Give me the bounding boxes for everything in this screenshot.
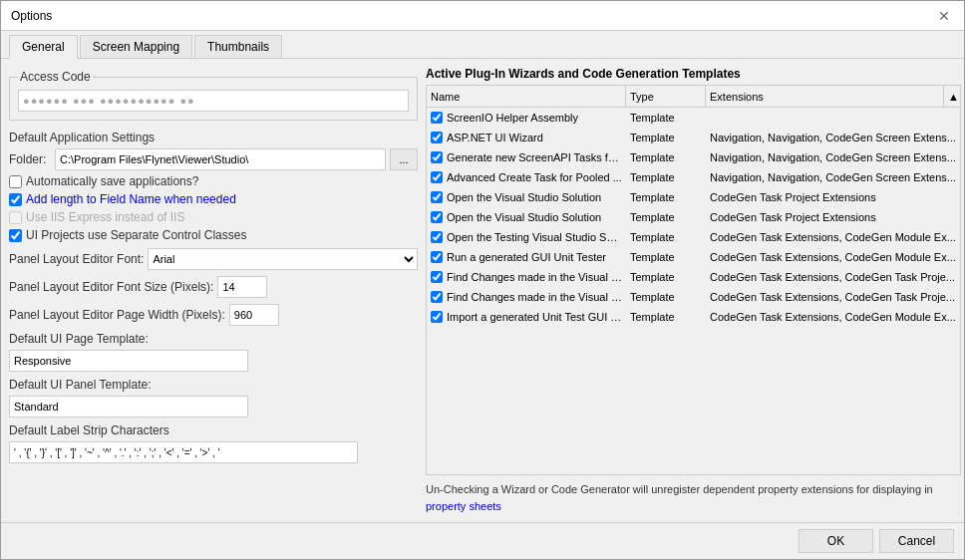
- cell-ext: CodeGen Task Extensions, CodeGen Module …: [706, 249, 960, 265]
- cell-type: Template: [626, 249, 706, 265]
- cell-type: Template: [626, 269, 706, 285]
- table-row: ASP.NET UI WizardTemplateNavigation, Nav…: [427, 128, 960, 147]
- access-code-title: Access Code: [18, 70, 93, 84]
- cell-name: Run a generated GUI Unit Tester: [427, 249, 626, 265]
- cell-name: Generate new ScreenAPI Tasks for...: [427, 149, 626, 165]
- plug-in-title: Active Plug-In Wizards and Code Generati…: [426, 67, 961, 81]
- folder-input[interactable]: [55, 148, 386, 170]
- font-size-input[interactable]: [217, 276, 267, 298]
- ui-projects-label: UI Projects use Separate Control Classes: [26, 228, 246, 242]
- table-row: Generate new ScreenAPI Tasks for...Templ…: [427, 147, 960, 167]
- ui-panel-template-input[interactable]: [9, 396, 248, 418]
- options-dialog: Options ✕ General Screen Mapping Thumbna…: [0, 0, 965, 560]
- add-length-label: Add length to Field Name when needed: [26, 192, 236, 206]
- cell-ext: [706, 116, 960, 120]
- ui-panel-template-section: Default UI Panel Template:: [9, 378, 418, 418]
- cell-name: Find Changes made in the Visual St...: [427, 269, 626, 285]
- row-checkbox[interactable]: [431, 271, 443, 283]
- cell-name: Open the Visual Studio Solution: [427, 209, 626, 225]
- cell-name: Import a generated Unit Test GUI F...: [427, 309, 626, 325]
- row-name-text: Open the Visual Studio Solution: [447, 211, 601, 223]
- cell-ext: CodeGen Task Project Extensions: [706, 209, 960, 225]
- folder-label: Folder:: [9, 152, 51, 166]
- right-panel: Active Plug-In Wizards and Code Generati…: [426, 67, 961, 514]
- table-row: Find Changes made in the Visual St...Tem…: [427, 267, 960, 287]
- cell-ext: CodeGen Task Project Extensions: [706, 189, 960, 205]
- tab-general[interactable]: General: [9, 35, 78, 59]
- cell-type: Template: [626, 209, 706, 225]
- ok-button[interactable]: OK: [799, 529, 873, 553]
- note-content: Un-Checking a Wizard or Code Generator w…: [426, 483, 933, 495]
- table-row: Advanced Create Task for Pooled ...Templ…: [427, 167, 960, 187]
- row-checkbox[interactable]: [431, 311, 443, 323]
- row-checkbox[interactable]: [431, 211, 443, 223]
- folder-row: Folder: ...: [9, 148, 418, 170]
- label-strip-input[interactable]: [9, 441, 358, 463]
- auto-save-checkbox[interactable]: [9, 175, 22, 188]
- row-name-text: Import a generated Unit Test GUI F...: [447, 311, 622, 323]
- plug-in-table: Name Type Extensions ▲ ScreenIO Helper A…: [426, 85, 961, 475]
- row-name-text: Open the Visual Studio Solution: [447, 191, 601, 203]
- row-name-text: Find Changes made in the Visual St...: [447, 271, 622, 283]
- tabs-bar: General Screen Mapping Thumbnails: [1, 31, 964, 59]
- table-row: Run a generated GUI Unit TesterTemplateC…: [427, 247, 960, 267]
- ui-projects-checkbox[interactable]: [9, 229, 22, 242]
- table-row: Open the Visual Studio SolutionTemplateC…: [427, 207, 960, 227]
- close-button[interactable]: ✕: [934, 6, 954, 26]
- table-row: Find Changes made in the Visual St...Tem…: [427, 287, 960, 307]
- cell-ext: CodeGen Task Extensions, CodeGen Task Pr…: [706, 289, 960, 305]
- ui-panel-template-label: Default UI Panel Template:: [9, 378, 418, 392]
- font-size-row: Panel Layout Editor Font Size (Pixels):: [9, 276, 418, 298]
- table-body: ScreenIO Helper AssemblyTemplateASP.NET …: [427, 108, 960, 474]
- add-length-checkbox[interactable]: [9, 193, 22, 206]
- cell-ext: Navigation, Navigation, CodeGen Screen E…: [706, 149, 960, 165]
- row-checkbox[interactable]: [431, 191, 443, 203]
- page-width-row: Panel Layout Editor Page Width (Pixels):: [9, 304, 418, 326]
- cell-type: Template: [626, 229, 706, 245]
- cell-ext: CodeGen Task Extensions, CodeGen Module …: [706, 229, 960, 245]
- cell-type: Template: [626, 189, 706, 205]
- table-header: Name Type Extensions ▲: [427, 86, 960, 108]
- use-iis-label: Use IIS Express instead of IIS: [26, 210, 184, 224]
- tab-thumbnails[interactable]: Thumbnails: [194, 35, 282, 58]
- font-size-label: Panel Layout Editor Font Size (Pixels):: [9, 280, 213, 294]
- row-checkbox[interactable]: [431, 291, 443, 303]
- cell-type: Template: [626, 130, 706, 145]
- cell-name: Find Changes made in the Visual St...: [427, 289, 626, 305]
- ui-page-template-input[interactable]: [9, 350, 248, 372]
- scroll-header: ▲: [944, 86, 960, 107]
- table-row: Import a generated Unit Test GUI F...Tem…: [427, 307, 960, 327]
- row-name-text: ASP.NET UI Wizard: [447, 132, 543, 143]
- page-width-input[interactable]: [229, 304, 279, 326]
- ui-projects-row: UI Projects use Separate Control Classes: [9, 228, 418, 242]
- table-row: Open the Testing Visual Studio Sol...Tem…: [427, 227, 960, 247]
- font-select[interactable]: Arial: [148, 248, 418, 270]
- row-checkbox[interactable]: [431, 251, 443, 263]
- row-checkbox[interactable]: [431, 231, 443, 243]
- cell-type: Template: [626, 289, 706, 305]
- label-strip-section: Default Label Strip Characters: [9, 423, 418, 463]
- use-iis-row: Use IIS Express instead of IIS: [9, 210, 418, 224]
- cell-name: ScreenIO Helper Assembly: [427, 110, 626, 126]
- tab-screen-mapping[interactable]: Screen Mapping: [80, 35, 192, 58]
- row-name-text: ScreenIO Helper Assembly: [447, 112, 578, 124]
- cell-type: Template: [626, 110, 706, 126]
- browse-button[interactable]: ...: [390, 148, 418, 170]
- access-code-input[interactable]: [18, 90, 409, 112]
- cancel-button[interactable]: Cancel: [879, 529, 954, 553]
- row-name-text: Generate new ScreenAPI Tasks for...: [447, 151, 622, 163]
- row-name-text: Find Changes made in the Visual St...: [447, 291, 622, 303]
- row-checkbox[interactable]: [431, 132, 443, 143]
- col-name: Name: [427, 86, 626, 107]
- note-text: Un-Checking a Wizard or Code Generator w…: [426, 481, 961, 514]
- left-panel: Access Code Default Application Settings…: [9, 67, 418, 514]
- cell-ext: CodeGen Task Extensions, CodeGen Module …: [706, 309, 960, 325]
- main-content: Access Code Default Application Settings…: [1, 59, 964, 522]
- font-row: Panel Layout Editor Font: Arial: [9, 248, 418, 270]
- row-checkbox[interactable]: [431, 151, 443, 163]
- row-checkbox[interactable]: [431, 112, 443, 124]
- col-ext: Extensions: [706, 86, 944, 107]
- note-link[interactable]: property sheets: [426, 500, 501, 512]
- row-name-text: Run a generated GUI Unit Tester: [447, 251, 606, 263]
- row-checkbox[interactable]: [431, 171, 443, 183]
